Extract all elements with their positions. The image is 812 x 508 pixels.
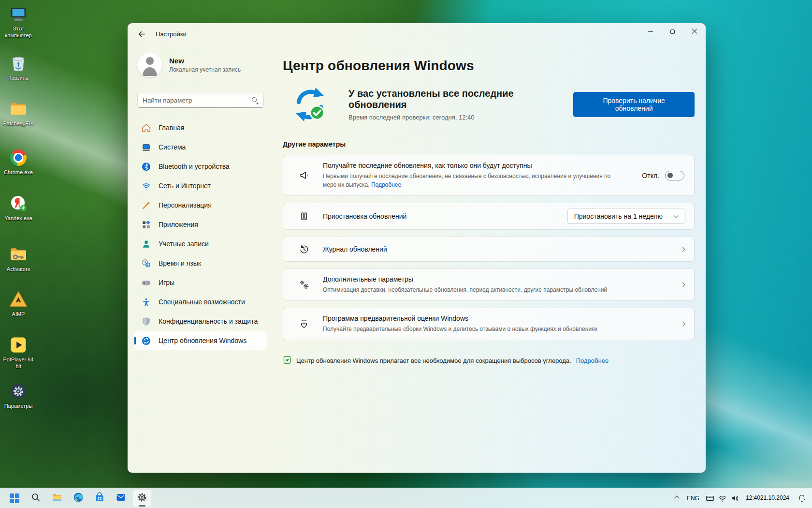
desktop-icon-label: Корзина — [8, 75, 29, 82]
accounts-icon — [141, 239, 151, 249]
sidebar: New Локальная учетная запись Главная Сис… — [128, 45, 274, 473]
sidebar-item-time-language[interactable]: Время и язык — [134, 254, 267, 272]
toggle-state-label: Откл. — [642, 172, 659, 179]
potplayer-icon — [8, 335, 29, 355]
desktop-icon-label: Chrome.exe — [4, 169, 33, 176]
eco-icon — [283, 356, 291, 366]
close-icon[interactable] — [683, 23, 706, 40]
desktop-icon-aimp[interactable]: AIMP — [0, 289, 36, 318]
home-icon — [141, 123, 151, 133]
sidebar-item-gaming[interactable]: Игры — [134, 273, 267, 292]
maximize-icon[interactable] — [661, 23, 683, 40]
learn-more-link[interactable]: Подробнее — [371, 181, 401, 188]
sidebar-item-apps[interactable]: Приложения — [134, 215, 267, 234]
row-insider-program[interactable]: Программа предварительной оценки Windows… — [283, 308, 695, 340]
pause-duration-dropdown[interactable]: Приостановить на 1 неделю — [567, 209, 684, 224]
chrome-icon — [8, 148, 29, 168]
mail-button[interactable] — [111, 490, 130, 507]
latest-updates-toggle[interactable] — [665, 171, 684, 180]
settings-shortcut-icon — [8, 381, 29, 402]
sidebar-item-home[interactable]: Главная — [134, 119, 267, 137]
privacy-icon — [141, 316, 151, 326]
check-updates-button[interactable]: Проверить наличие обновлений — [573, 92, 695, 117]
sidebar-item-personalization[interactable]: Персонализация — [134, 196, 267, 214]
search-button[interactable] — [26, 490, 45, 507]
search-input[interactable] — [137, 93, 264, 108]
desktop-icon-patches-fix[interactable]: Patches_FIX — [0, 99, 36, 127]
sidebar-item-accessibility[interactable]: Специальные возможности — [134, 293, 267, 311]
sidebar-item-windows-update[interactable]: Центр обновления Windows — [134, 331, 267, 350]
desktop-icon-yandex[interactable]: Yandex.exe — [0, 194, 36, 222]
date-label: 21.10.2024 — [760, 494, 789, 502]
section-label: Другие параметры — [283, 140, 695, 148]
windows-start-icon — [10, 493, 19, 503]
start-button[interactable] — [5, 490, 24, 507]
dropdown-value: Приостановить на 1 неделю — [574, 212, 663, 220]
desktop-icon-activators[interactable]: Activators — [0, 244, 36, 273]
desktop-icon-potplayer[interactable]: PotPlayer 64 bit — [0, 335, 36, 370]
sidebar-item-privacy[interactable]: Конфиденциальность и защита — [134, 312, 267, 330]
time-label: 12:40 — [746, 494, 760, 502]
edge-icon — [73, 492, 84, 505]
sidebar-item-network[interactable]: Сеть и Интернет — [134, 177, 267, 195]
settings-window: Настройки New Локальная учетная запись Г… — [128, 23, 706, 473]
sidebar-item-bluetooth[interactable]: Bluetooth и устройства — [134, 157, 267, 176]
sidebar-item-accounts[interactable]: Учетные записи — [134, 235, 267, 253]
notification-bell-icon[interactable] — [794, 490, 810, 507]
language-indicator[interactable]: ENG — [682, 490, 704, 507]
folder-icon — [8, 99, 29, 119]
row-description: Первыми получайте последние обновления, … — [323, 173, 610, 188]
aimp-icon — [8, 289, 29, 310]
volume-icon[interactable] — [729, 490, 741, 507]
row-update-history[interactable]: Журнал обновлений — [283, 237, 695, 262]
megaphone-icon — [298, 170, 310, 181]
desktop-icon-label: Параметры — [4, 403, 33, 410]
row-pause-updates: Приостановка обновлений Приостановить на… — [283, 203, 695, 230]
keyboard-icon[interactable] — [704, 490, 716, 507]
sidebar-item-label: Игры — [159, 279, 174, 286]
network-icon — [141, 181, 151, 191]
row-get-latest-updates: Получайте последние обновления, как толь… — [283, 155, 695, 196]
settings-button[interactable] — [132, 490, 152, 507]
system-icon — [141, 142, 151, 152]
row-title: Приостановка обновлений — [323, 212, 406, 220]
row-title: Журнал обновлений — [323, 245, 387, 253]
edge-button[interactable] — [69, 490, 88, 507]
sidebar-item-label: Персонализация — [159, 201, 212, 209]
update-status: У вас установлены все последние обновлен… — [283, 86, 695, 123]
window-title: Настройки — [156, 30, 187, 38]
file-explorer-button[interactable] — [47, 490, 67, 507]
footer-text: Центр обновления Windows прилагает все н… — [296, 357, 571, 364]
sidebar-item-system[interactable]: Система — [134, 138, 267, 156]
hidden-icons-chevron[interactable] — [670, 490, 682, 507]
this-pc-icon — [8, 4, 29, 24]
sidebar-item-label: Центр обновления Windows — [159, 337, 246, 344]
account-name: New — [169, 57, 241, 65]
desktop-icon-chrome[interactable]: Chrome.exe — [0, 148, 36, 176]
back-arrow-icon[interactable] — [132, 27, 151, 41]
gaming-icon — [141, 278, 151, 287]
desktop-icon-recycle-bin[interactable]: Корзина — [0, 53, 36, 82]
desktop-icon-this-pc[interactable]: Этот компьютер — [0, 4, 36, 39]
row-advanced-options[interactable]: Дополнительные параметры Оптимизация дос… — [283, 269, 695, 301]
search-icon — [252, 97, 259, 104]
row-description: Оптимизация доставки, необязательные обн… — [323, 285, 607, 294]
chevron-right-icon — [681, 322, 685, 327]
main-content: Центр обновления Windows У вас установле… — [283, 45, 695, 366]
windows-update-icon — [141, 336, 151, 345]
carbon-footer-note: Центр обновления Windows прилагает все н… — [283, 356, 695, 366]
bluetooth-icon — [141, 162, 151, 171]
mail-icon — [116, 492, 126, 505]
minimize-icon[interactable] — [639, 23, 661, 40]
desktop-icon-parameters[interactable]: Параметры — [0, 381, 36, 410]
recycle-bin-icon — [8, 53, 29, 74]
page-title: Центр обновления Windows — [283, 58, 695, 74]
network-tray-icon[interactable] — [716, 490, 729, 507]
microsoft-store-button[interactable] — [90, 490, 109, 507]
sidebar-item-label: Время и язык — [159, 259, 201, 267]
clock[interactable]: 12:40 21.10.2024 — [741, 490, 794, 507]
desktop-icon-label: Yandex.exe — [4, 215, 32, 222]
footer-learn-more-link[interactable]: Подробнее — [576, 357, 609, 364]
account-block[interactable]: New Локальная учетная запись — [137, 52, 264, 77]
row-title: Дополнительные параметры — [323, 275, 607, 283]
